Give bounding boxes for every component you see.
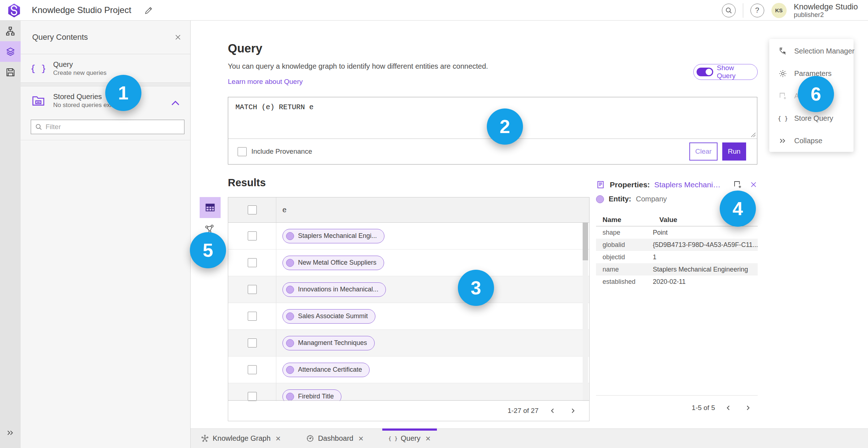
entity-dot-icon: [286, 312, 294, 320]
panel-item-query[interactable]: { } Query Create new queries: [21, 54, 190, 82]
include-provenance-checkbox[interactable]: [238, 147, 247, 156]
stored-queries-filter: [31, 120, 184, 134]
show-query-toggle[interactable]: Show Query: [693, 64, 758, 80]
menu-item-label: Selection Manager: [794, 47, 855, 55]
row-checkbox[interactable]: [248, 312, 257, 321]
tab-close-icon[interactable]: ×: [276, 434, 281, 443]
column-header-value: Value: [659, 216, 677, 224]
user-name: Knowledge Studio: [794, 2, 858, 11]
property-value: 2020-02-11: [653, 278, 758, 286]
results-scrollbar[interactable]: [583, 223, 588, 401]
topbar-actions: ? KS Knowledge Studio publisher2: [722, 0, 858, 21]
entity-pill[interactable]: Firebird Title: [282, 389, 341, 401]
tab-dashboard[interactable]: Dashboard×: [302, 429, 368, 448]
view-tabbar: Knowledge Graph×Dashboard×{ }Query×: [191, 428, 868, 448]
project-title: Knowledge Studio Project: [32, 5, 131, 15]
entity-dot-icon: [286, 286, 294, 294]
entity-pill[interactable]: Attendance Certificate: [282, 363, 370, 377]
braces-icon: { }: [389, 434, 397, 443]
table-view-button[interactable]: [200, 197, 221, 218]
row-checkbox-cell: [228, 303, 276, 329]
entity-dot-icon: [596, 195, 604, 203]
next-page-icon[interactable]: [567, 405, 579, 417]
learn-more-link[interactable]: Learn more about Query: [228, 78, 303, 86]
search-icon: [35, 123, 43, 131]
chevron-up-icon[interactable]: [169, 97, 182, 110]
search-icon[interactable]: [722, 4, 736, 17]
previous-page-icon[interactable]: [722, 402, 735, 414]
row-checkbox[interactable]: [248, 285, 257, 294]
menu-item-selection-manager[interactable]: Selection Manager: [769, 40, 854, 62]
svg-text:{ }: { }: [31, 63, 45, 74]
braces-icon: { }: [778, 114, 787, 123]
tab-close-icon[interactable]: ×: [358, 434, 363, 443]
menu-item-label: Collapse: [794, 137, 822, 145]
row-checkbox-cell: [228, 249, 276, 276]
property-name: globalid: [596, 241, 653, 249]
row-checkbox[interactable]: [248, 365, 257, 374]
menu-item-label: Store Query: [794, 114, 833, 123]
table-row: Staplers Mechanical Engi...: [228, 223, 589, 249]
close-icon[interactable]: [749, 180, 758, 189]
user-block: Knowledge Studio publisher2: [794, 2, 858, 19]
run-button[interactable]: Run: [722, 142, 746, 161]
entity-pill[interactable]: Sales Associate Summit: [282, 309, 375, 324]
tab-close-icon[interactable]: ×: [425, 434, 430, 443]
annotation-circle-5: 5: [190, 232, 226, 268]
properties-pagination: 1-5 of 5: [596, 396, 758, 420]
edit-pencil-icon[interactable]: [144, 6, 153, 15]
query-view: Query You can query a knowledge graph to…: [191, 21, 868, 428]
left-rail: [0, 21, 21, 448]
row-checkbox[interactable]: [248, 258, 257, 267]
knowledge-studio-logo-icon[interactable]: [7, 3, 22, 18]
user-role: publisher2: [794, 11, 858, 19]
entity-pill[interactable]: Staplers Mechanical Engi...: [282, 229, 384, 243]
app: Knowledge Studio Project ? KS Knowledge …: [0, 0, 868, 448]
tab-knowledge-graph[interactable]: Knowledge Graph×: [196, 429, 285, 448]
properties-entity-link[interactable]: Staplers Mechanic...: [654, 180, 721, 189]
entity-pill[interactable]: Managment Techniques: [282, 336, 375, 350]
page-title: Query: [228, 42, 262, 55]
query-contents-panel: Query Contents { } Query Create new quer…: [21, 21, 191, 448]
previous-page-icon[interactable]: [546, 405, 559, 417]
tab-label: Dashboard: [318, 434, 353, 443]
row-entity-cell: Attendance Certificate: [276, 357, 589, 383]
sitemap-icon: [5, 26, 16, 36]
select-all-checkbox[interactable]: [248, 205, 257, 214]
rail-item-sitemap[interactable]: [0, 21, 21, 41]
property-value: {5D9B4713-F98D-4A53-A59F-C11...: [653, 241, 758, 249]
svg-text:{ }: { }: [389, 436, 397, 441]
double-chevron-right-icon: [778, 136, 787, 145]
results-table-body: Staplers Mechanical Engi...New Metal Off…: [228, 223, 589, 401]
column-header-e: e: [282, 206, 286, 214]
properties-table-body: shapePointglobalid{5D9B4713-F98D-4A53-A5…: [596, 226, 758, 288]
tab-query[interactable]: { }Query×: [384, 429, 435, 448]
rail-item-save[interactable]: [0, 62, 21, 82]
row-checkbox[interactable]: [248, 338, 257, 347]
results-pagination: 1-27 of 27: [228, 400, 589, 421]
topbar-divider: [743, 3, 743, 18]
entity-pill[interactable]: Innovations in Mechanical...: [282, 282, 386, 297]
results-table: e Staplers Mechanical Engi...New Metal O…: [228, 197, 590, 421]
expand-panel-icon[interactable]: [0, 426, 21, 440]
menu-item-collapse[interactable]: Collapse: [769, 129, 854, 152]
results-title: Results: [228, 177, 266, 189]
stored-queries-folder-icon: [31, 94, 45, 107]
add-to-map-icon[interactable]: [733, 180, 743, 189]
scrollbar-thumb[interactable]: [583, 223, 588, 260]
rail-item-layers[interactable]: [0, 41, 21, 62]
close-icon[interactable]: [174, 33, 182, 42]
entity-pill[interactable]: New Metal Office Suppliers: [282, 256, 384, 270]
resize-handle-icon[interactable]: [751, 132, 756, 137]
entity-pill-label: Staplers Mechanical Engi...: [298, 232, 377, 240]
row-checkbox[interactable]: [248, 392, 257, 401]
next-page-icon[interactable]: [742, 402, 754, 414]
help-icon[interactable]: ?: [750, 4, 764, 17]
row-checkbox[interactable]: [248, 231, 257, 240]
filter-input[interactable]: [46, 123, 180, 131]
clear-button[interactable]: Clear: [689, 142, 718, 161]
avatar[interactable]: KS: [771, 3, 787, 18]
gear-icon: [778, 69, 787, 78]
entity-dot-icon: [286, 232, 294, 240]
entity-dot-icon: [286, 393, 294, 401]
